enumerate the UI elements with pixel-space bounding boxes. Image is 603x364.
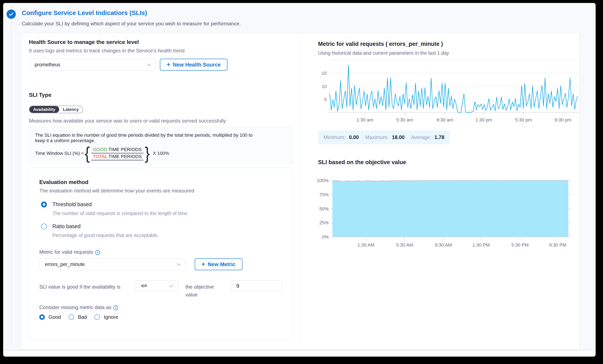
health-source-selected-value: prometheus [35, 62, 60, 68]
ratio-description: Percentage of good requests that are acc… [52, 233, 159, 238]
svg-text:10: 10 [322, 84, 327, 89]
evaluation-heading: Evaluation method [39, 179, 89, 186]
missing-data-ignore-option[interactable]: Ignore [94, 314, 118, 320]
health-source-subheading: It uses logs and metrics to track change… [29, 48, 185, 54]
sli-equation-box: The SLI equation is the number of good t… [29, 127, 294, 164]
plus-icon: + [201, 260, 205, 268]
svg-text:9:30 AM: 9:30 AM [435, 242, 452, 247]
threshold-label: Threshold based [52, 201, 92, 207]
equation-denominator: TOTAL TIME PERIODS [91, 153, 143, 160]
average-value: 1.78 [434, 134, 444, 140]
sli-type-option-availability[interactable]: Availability [29, 106, 59, 113]
new-health-source-label: New Health Source [173, 62, 221, 68]
sli-area-chart: 0%25%50%75%100%1:30 AM5:30 AM9:30 AM1:30… [315, 177, 585, 251]
page-subtitle: Calculate your SLI by defining which asp… [22, 21, 241, 27]
bad-label: Bad [78, 314, 87, 320]
missing-data-good-option[interactable]: Good [39, 314, 61, 320]
comparator-select[interactable]: <= [136, 280, 178, 291]
app-window: Configure Service Level Indicatiors (SLI… [3, 3, 596, 357]
equation-text-line1: The SLI equation is the number of good t… [35, 132, 288, 138]
ignore-radio[interactable] [94, 314, 100, 320]
evaluation-subheading: The evaluation method will determine how… [39, 188, 194, 194]
svg-text:5:30 am: 5:30 am [396, 117, 413, 123]
metric-chart-subtitle: Using historical data and current parame… [318, 50, 449, 56]
svg-text:5:30 AM: 5:30 AM [396, 242, 413, 247]
metric-select[interactable]: errors_per_minute [39, 258, 186, 270]
svg-text:9:30 pm: 9:30 pm [555, 117, 571, 123]
equation-formula: Time Window SLI (%) = { GOOD TIME PERIOD… [35, 146, 288, 161]
svg-text:5: 5 [324, 97, 327, 102]
equation-fraction: GOOD TIME PERIODS TOTAL TIME PERIODS [91, 146, 143, 160]
new-metric-label: New Metric [208, 261, 236, 268]
minimum-label: Minimum: [324, 134, 346, 140]
svg-text:5:30 pm: 5:30 pm [515, 117, 532, 123]
comparator-value: <= [141, 283, 147, 289]
equation-text-line2: keep it a uniform percentage. [35, 138, 288, 143]
svg-text:15: 15 [322, 70, 327, 76]
equation-lhs: Time Window SLI (%) = [35, 151, 84, 156]
svg-text:100%: 100% [317, 178, 329, 183]
equation-numerator: GOOD TIME PERIODS [91, 146, 143, 153]
app-background: Configure Service Level Indicatiors (SLI… [3, 3, 596, 350]
health-source-select[interactable]: prometheus [29, 59, 156, 70]
good-radio[interactable] [39, 314, 45, 320]
sli-type-toggle: Availability Latency [29, 106, 83, 113]
metric-stats-badge: Minimum: 0.00 Maximum: 18.00 Average: 1.… [318, 130, 450, 144]
chevron-down-icon [147, 62, 151, 66]
panel-divider [300, 33, 300, 349]
stepper-line [11, 3, 12, 347]
svg-text:1:30 am: 1:30 am [357, 117, 373, 123]
health-source-heading: Health Source to manage the service leve… [29, 39, 139, 46]
svg-text:25%: 25% [319, 220, 329, 225]
threshold-radio[interactable] [41, 201, 47, 207]
svg-text:0%: 0% [322, 234, 329, 240]
missing-data-bad-option[interactable]: Bad [69, 314, 87, 320]
metric-selected-value: errors_per_minute [45, 261, 85, 267]
chevron-down-icon [177, 262, 181, 266]
chevron-down-icon [169, 283, 173, 287]
minimum-value: 0.00 [349, 134, 359, 140]
objective-prefix-label: SLI value is good if the availability is [39, 280, 128, 291]
missing-data-label: Consider missing metric data asi [39, 305, 118, 310]
step-complete-check-icon [7, 10, 16, 19]
ignore-label: Ignore [104, 314, 118, 320]
ratio-radio[interactable] [41, 223, 47, 229]
bad-radio[interactable] [69, 314, 74, 320]
objective-value-input[interactable] [231, 280, 282, 291]
equation-suffix: X 100% [153, 151, 169, 156]
svg-text:5:30 PM: 5:30 PM [511, 242, 529, 247]
metric-valid-requests-label: Metric for valid requestsi [39, 249, 100, 255]
new-health-source-button[interactable]: + New Health Source [160, 59, 228, 70]
threshold-based-option[interactable]: Threshold based [41, 201, 92, 207]
sli-type-heading: SLI Type [29, 92, 51, 98]
svg-text:1:30 PM: 1:30 PM [473, 242, 490, 247]
plus-icon: + [167, 61, 170, 68]
info-icon[interactable]: i [113, 305, 118, 310]
svg-text:9:30 am: 9:30 am [436, 117, 453, 123]
sli-config-panel: Health Source to manage the service leve… [21, 33, 580, 350]
svg-text:1:30 pm: 1:30 pm [475, 117, 492, 123]
threshold-description: The number of valid requests is compared… [52, 211, 188, 216]
maximum-value: 18.00 [392, 134, 405, 140]
svg-text:75%: 75% [319, 192, 329, 197]
sli-type-description: Measures how available your service was … [29, 118, 226, 124]
equation-close-brace: } [145, 146, 150, 161]
sli-type-option-latency[interactable]: Latency [59, 106, 83, 113]
sli-chart-title: SLI based on the objective value [318, 159, 406, 166]
objective-middle-label: the objective value [186, 280, 223, 298]
metric-spike-chart: 510151:30 am5:30 am9:30 am1:30 pm5:30 pm… [318, 59, 582, 123]
svg-text:50%: 50% [319, 206, 329, 211]
equation-open-brace: { [85, 146, 90, 161]
maximum-label: Maximum: [365, 134, 389, 140]
info-icon[interactable]: i [95, 250, 100, 255]
ratio-label: Ratio based [52, 223, 81, 229]
good-label: Good [49, 314, 61, 320]
metric-chart-title: Metric for valid requests ( errors_per_m… [318, 41, 443, 47]
svg-text:9:30 PM: 9:30 PM [549, 242, 567, 247]
average-label: Average: [411, 134, 431, 140]
ratio-based-option[interactable]: Ratio based [41, 223, 81, 229]
evaluation-card: Evaluation method The evaluation method … [29, 168, 293, 341]
page-title: Configure Service Level Indicatiors (SLI… [22, 9, 147, 16]
new-metric-button[interactable]: + New Metric [195, 258, 243, 270]
svg-text:1:30 AM: 1:30 AM [357, 242, 374, 247]
